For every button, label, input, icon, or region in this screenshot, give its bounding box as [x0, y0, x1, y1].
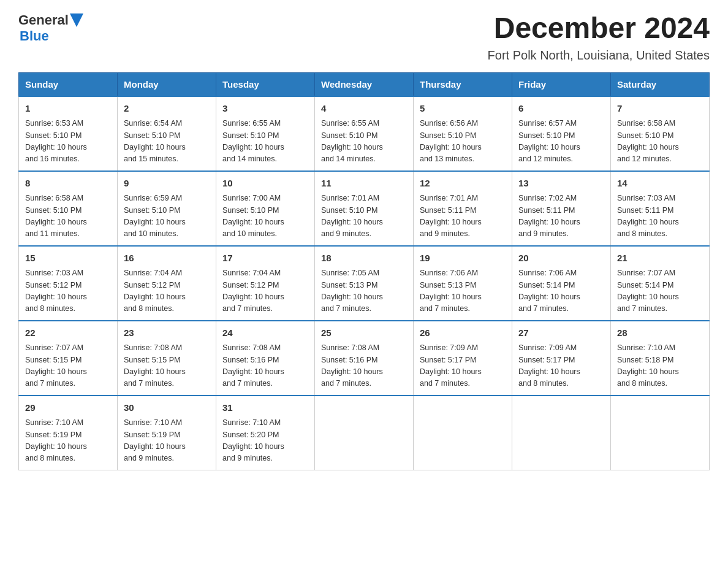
day-number: 17 — [222, 251, 308, 266]
day-info: Sunrise: 7:07 AM Sunset: 5:15 PM Dayligh… — [25, 342, 111, 390]
day-info: Sunrise: 7:04 AM Sunset: 5:12 PM Dayligh… — [222, 267, 308, 315]
table-row: 17 Sunrise: 7:04 AM Sunset: 5:12 PM Dayl… — [216, 246, 315, 321]
table-row: 24 Sunrise: 7:08 AM Sunset: 5:16 PM Dayl… — [216, 321, 315, 396]
day-number: 14 — [617, 177, 703, 191]
day-number: 29 — [25, 401, 111, 415]
day-number: 8 — [25, 177, 111, 191]
table-row: 21 Sunrise: 7:07 AM Sunset: 5:14 PM Dayl… — [611, 246, 710, 321]
table-row: 22 Sunrise: 7:07 AM Sunset: 5:15 PM Dayl… — [19, 321, 118, 396]
table-row: 25 Sunrise: 7:08 AM Sunset: 5:16 PM Dayl… — [315, 321, 414, 396]
day-info: Sunrise: 7:01 AM Sunset: 5:10 PM Dayligh… — [321, 193, 407, 240]
table-row — [611, 396, 710, 470]
day-info: Sunrise: 7:06 AM Sunset: 5:13 PM Dayligh… — [420, 267, 506, 315]
day-number: 18 — [321, 251, 407, 266]
table-row: 27 Sunrise: 7:09 AM Sunset: 5:17 PM Dayl… — [512, 321, 611, 396]
logo: General Blue — [18, 12, 83, 44]
day-info: Sunrise: 6:54 AM Sunset: 5:10 PM Dayligh… — [124, 118, 210, 166]
calendar-body: 1 Sunrise: 6:53 AM Sunset: 5:10 PM Dayli… — [19, 96, 710, 470]
day-info: Sunrise: 6:58 AM Sunset: 5:10 PM Dayligh… — [617, 118, 703, 166]
table-row: 13 Sunrise: 7:02 AM Sunset: 5:11 PM Dayl… — [512, 171, 611, 246]
day-info: Sunrise: 6:53 AM Sunset: 5:10 PM Dayligh… — [25, 118, 111, 166]
table-row — [414, 396, 512, 470]
table-row: 5 Sunrise: 6:56 AM Sunset: 5:10 PM Dayli… — [414, 96, 512, 171]
header: General Blue December 2024 Fort Polk Nor… — [18, 12, 710, 63]
day-number: 21 — [617, 251, 703, 266]
table-row: 30 Sunrise: 7:10 AM Sunset: 5:19 PM Dayl… — [118, 396, 216, 470]
day-number: 19 — [420, 251, 506, 266]
table-row: 7 Sunrise: 6:58 AM Sunset: 5:10 PM Dayli… — [611, 96, 710, 171]
day-number: 23 — [124, 326, 210, 340]
col-sunday: Sunday — [19, 72, 118, 96]
logo-blue: Blue — [20, 28, 49, 44]
day-number: 6 — [518, 102, 604, 116]
title-area: December 2024 Fort Polk North, Louisiana… — [488, 12, 710, 63]
day-info: Sunrise: 7:05 AM Sunset: 5:13 PM Dayligh… — [321, 267, 407, 315]
day-number: 5 — [420, 102, 506, 116]
day-info: Sunrise: 7:08 AM Sunset: 5:15 PM Dayligh… — [124, 342, 210, 390]
day-number: 26 — [420, 326, 506, 340]
table-row: 1 Sunrise: 6:53 AM Sunset: 5:10 PM Dayli… — [19, 96, 118, 171]
day-info: Sunrise: 6:58 AM Sunset: 5:10 PM Dayligh… — [25, 193, 111, 240]
day-info: Sunrise: 7:10 AM Sunset: 5:18 PM Dayligh… — [617, 342, 703, 390]
day-info: Sunrise: 7:09 AM Sunset: 5:17 PM Dayligh… — [420, 342, 506, 390]
day-number: 4 — [321, 102, 407, 116]
day-info: Sunrise: 7:10 AM Sunset: 5:19 PM Dayligh… — [25, 417, 111, 465]
col-wednesday: Wednesday — [315, 72, 414, 96]
table-row: 10 Sunrise: 7:00 AM Sunset: 5:10 PM Dayl… — [216, 171, 315, 246]
table-row: 6 Sunrise: 6:57 AM Sunset: 5:10 PM Dayli… — [512, 96, 611, 171]
table-row: 23 Sunrise: 7:08 AM Sunset: 5:15 PM Dayl… — [118, 321, 216, 396]
table-row: 15 Sunrise: 7:03 AM Sunset: 5:12 PM Dayl… — [19, 246, 118, 321]
day-info: Sunrise: 7:06 AM Sunset: 5:14 PM Dayligh… — [518, 267, 604, 315]
logo-general: General — [18, 12, 69, 28]
day-number: 25 — [321, 326, 407, 340]
table-row: 28 Sunrise: 7:10 AM Sunset: 5:18 PM Dayl… — [611, 321, 710, 396]
day-info: Sunrise: 7:02 AM Sunset: 5:11 PM Dayligh… — [518, 193, 604, 240]
day-info: Sunrise: 7:00 AM Sunset: 5:10 PM Dayligh… — [222, 193, 308, 240]
table-row: 2 Sunrise: 6:54 AM Sunset: 5:10 PM Dayli… — [118, 96, 216, 171]
day-info: Sunrise: 7:10 AM Sunset: 5:20 PM Dayligh… — [222, 417, 308, 465]
calendar-header: Sunday Monday Tuesday Wednesday Thursday… — [19, 72, 710, 96]
table-row: 20 Sunrise: 7:06 AM Sunset: 5:14 PM Dayl… — [512, 246, 611, 321]
day-number: 9 — [124, 177, 210, 191]
day-number: 16 — [124, 251, 210, 266]
table-row: 19 Sunrise: 7:06 AM Sunset: 5:13 PM Dayl… — [414, 246, 512, 321]
table-row: 4 Sunrise: 6:55 AM Sunset: 5:10 PM Dayli… — [315, 96, 414, 171]
day-info: Sunrise: 7:03 AM Sunset: 5:12 PM Dayligh… — [25, 267, 111, 315]
table-row: 14 Sunrise: 7:03 AM Sunset: 5:11 PM Dayl… — [611, 171, 710, 246]
day-info: Sunrise: 6:59 AM Sunset: 5:10 PM Dayligh… — [124, 193, 210, 240]
day-number: 10 — [222, 177, 308, 191]
col-monday: Monday — [118, 72, 216, 96]
day-info: Sunrise: 7:01 AM Sunset: 5:11 PM Dayligh… — [420, 193, 506, 240]
day-info: Sunrise: 7:07 AM Sunset: 5:14 PM Dayligh… — [617, 267, 703, 315]
month-title: December 2024 — [488, 12, 710, 45]
col-tuesday: Tuesday — [216, 72, 315, 96]
day-number: 24 — [222, 326, 308, 340]
day-info: Sunrise: 6:57 AM Sunset: 5:10 PM Dayligh… — [518, 118, 604, 166]
day-info: Sunrise: 7:04 AM Sunset: 5:12 PM Dayligh… — [124, 267, 210, 315]
day-number: 31 — [222, 401, 308, 415]
day-number: 11 — [321, 177, 407, 191]
col-thursday: Thursday — [414, 72, 512, 96]
table-row — [512, 396, 611, 470]
svg-marker-0 — [70, 13, 83, 27]
table-row: 16 Sunrise: 7:04 AM Sunset: 5:12 PM Dayl… — [118, 246, 216, 321]
table-row: 8 Sunrise: 6:58 AM Sunset: 5:10 PM Dayli… — [19, 171, 118, 246]
col-saturday: Saturday — [611, 72, 710, 96]
day-number: 2 — [124, 102, 210, 116]
day-info: Sunrise: 7:08 AM Sunset: 5:16 PM Dayligh… — [222, 342, 308, 390]
day-info: Sunrise: 7:10 AM Sunset: 5:19 PM Dayligh… — [124, 417, 210, 465]
day-info: Sunrise: 7:08 AM Sunset: 5:16 PM Dayligh… — [321, 342, 407, 390]
day-info: Sunrise: 6:55 AM Sunset: 5:10 PM Dayligh… — [222, 118, 308, 166]
day-number: 30 — [124, 401, 210, 415]
table-row: 29 Sunrise: 7:10 AM Sunset: 5:19 PM Dayl… — [19, 396, 118, 470]
day-info: Sunrise: 7:09 AM Sunset: 5:17 PM Dayligh… — [518, 342, 604, 390]
table-row: 31 Sunrise: 7:10 AM Sunset: 5:20 PM Dayl… — [216, 396, 315, 470]
day-info: Sunrise: 6:56 AM Sunset: 5:10 PM Dayligh… — [420, 118, 506, 166]
day-number: 3 — [222, 102, 308, 116]
calendar-table: Sunday Monday Tuesday Wednesday Thursday… — [18, 72, 710, 470]
table-row: 18 Sunrise: 7:05 AM Sunset: 5:13 PM Dayl… — [315, 246, 414, 321]
day-number: 7 — [617, 102, 703, 116]
day-info: Sunrise: 6:55 AM Sunset: 5:10 PM Dayligh… — [321, 118, 407, 166]
col-friday: Friday — [512, 72, 611, 96]
day-number: 13 — [518, 177, 604, 191]
